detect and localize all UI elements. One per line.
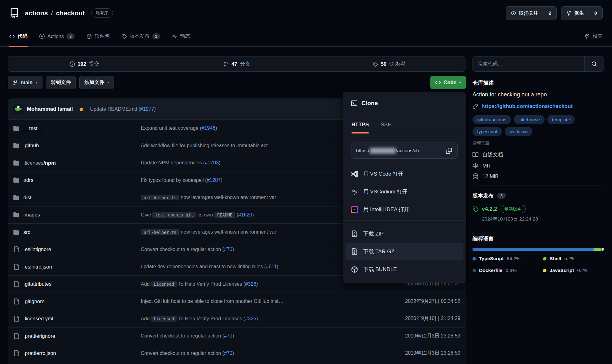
languages-heading: 编程语言 — [472, 235, 604, 242]
pr-link[interactable]: #70 — [224, 351, 233, 356]
file-link[interactable]: .eslintrc.json — [23, 264, 52, 270]
menu-item-download[interactable]: 下载 TAR.GZ — [345, 243, 463, 260]
goto-file-label: 转到文件 — [51, 79, 71, 86]
language-legend-item[interactable]: Dockerfile0.3% — [472, 268, 543, 273]
branch-selector[interactable]: main ▾ — [8, 76, 42, 89]
language-legend-item[interactable]: Shell5.2% — [543, 256, 604, 261]
tab-https[interactable]: HTTPS — [351, 122, 369, 133]
commit-message-text: To Help Verify Prod Licenses ( — [177, 281, 245, 287]
history-icon — [70, 61, 75, 67]
file-link[interactable]: .github — [23, 143, 39, 148]
link-icon — [472, 104, 478, 109]
pr-link[interactable]: #1703 — [205, 160, 219, 165]
file-icon — [13, 316, 19, 322]
file-name-cell: .licenses/npm — [13, 160, 141, 166]
commit-date: 2020年9月10日 21:24:29 — [377, 315, 460, 322]
fork-button[interactable]: 派生 0 — [561, 6, 603, 20]
website-link[interactable]: https://github.com/actions/checkout — [482, 103, 573, 109]
table-row[interactable] — [8, 362, 466, 364]
table-row[interactable]: .prettierrc.jsonConvert checkout to a re… — [8, 345, 466, 362]
file-link[interactable]: .prettierrc.json — [23, 350, 56, 356]
pr-link[interactable]: #70 — [224, 333, 233, 338]
commit-author[interactable]: Mohammad Ismail — [27, 106, 73, 112]
topic-pill[interactable]: template — [547, 115, 575, 124]
file-link[interactable]: adrs — [23, 177, 33, 183]
add-file-button[interactable]: 添加文件 ▾ — [79, 76, 114, 89]
code-button-label: Code — [443, 80, 456, 85]
unwatch-button[interactable]: 取消关注 2 — [506, 6, 557, 20]
search-input[interactable] — [473, 56, 584, 71]
forks-count[interactable]: 0 — [589, 7, 602, 20]
code-clone-button[interactable]: Code ▾ — [430, 76, 466, 89]
language-bar-segment — [472, 248, 594, 251]
watchers-count[interactable]: 2 — [543, 7, 557, 20]
tab-activity[interactable]: 动态 — [172, 26, 190, 46]
add-file-label: 添加文件 — [84, 79, 104, 86]
table-row[interactable]: .licensed.ymlAdd Licensed To Help Verify… — [8, 310, 466, 328]
topic-pill[interactable]: typescript — [472, 127, 502, 136]
clone-dropdown: Clone HTTPS SSH https:/█████████/actions… — [343, 92, 466, 283]
tab-ssh[interactable]: SSH — [381, 122, 392, 133]
pr-link[interactable]: #70 — [224, 247, 233, 252]
search-button[interactable] — [584, 56, 604, 71]
releases-count-badge: 3 — [152, 33, 160, 39]
table-row[interactable]: .gitignoreInject GitHub host to be able … — [8, 293, 466, 310]
topic-pill[interactable]: workflow — [505, 127, 532, 136]
manage-topics-link[interactable]: 管理主题 — [472, 140, 604, 146]
language-bar[interactable] — [472, 248, 604, 251]
release-version-link[interactable]: v4.2.2 — [482, 206, 497, 212]
file-link[interactable]: .licenses/npm — [23, 160, 56, 166]
file-link[interactable]: images — [23, 212, 40, 218]
file-link[interactable]: .eslintignore — [23, 246, 51, 252]
menu-item-open-with[interactable]: 用 Intellij IDEA 打开 — [343, 201, 466, 218]
file-link[interactable]: .licensed.yml — [23, 316, 53, 322]
tab-code[interactable]: 代码 — [9, 26, 27, 46]
tab-actions-label: Actions — [47, 34, 64, 39]
clone-url-input[interactable]: https:/█████████/actions/ch — [351, 143, 440, 158]
file-link[interactable]: .gitignore — [23, 298, 45, 304]
topic-pill[interactable]: lakehouse — [514, 115, 544, 124]
menu-item-open-with[interactable]: 用 VS Code 打开 — [343, 165, 466, 183]
breadcrumb-owner[interactable]: actions — [25, 9, 48, 17]
tab-packages[interactable]: 软件包 — [86, 26, 110, 46]
git-tags-stat[interactable]: 50 Git标签 — [313, 61, 466, 67]
language-legend-item[interactable]: TypeScript94.2% — [472, 256, 543, 261]
menu-item-download[interactable]: 下载 ZIP — [343, 225, 466, 243]
pr-link[interactable]: #1620 — [238, 212, 252, 217]
tab-settings[interactable]: 设置 — [585, 26, 603, 46]
pr-link[interactable]: #611 — [266, 264, 277, 269]
language-legend-item[interactable]: JavaScript0.2% — [543, 268, 604, 273]
menu-item-download[interactable]: 下载 BUNDLE — [343, 260, 466, 278]
pr-link[interactable]: #326 — [245, 316, 256, 321]
pr-link[interactable]: #1287 — [207, 177, 221, 183]
file-link[interactable]: dist — [23, 195, 32, 201]
commit-status-icon[interactable] — [80, 108, 83, 111]
branches-stat[interactable]: 47 分支 — [161, 61, 313, 67]
avatar[interactable] — [13, 104, 23, 114]
folder-icon — [13, 125, 19, 131]
releases-heading-row: 版本发布 3 — [472, 192, 604, 199]
topic-pill[interactable]: github-actions — [472, 115, 511, 124]
file-link[interactable]: .gitattributes — [23, 281, 51, 287]
goto-file-button[interactable]: 转到文件 — [46, 76, 76, 89]
releases-heading[interactable]: 版本发布 — [472, 192, 494, 199]
vscodium-icon — [351, 188, 358, 195]
breadcrumb-repo[interactable]: checkout — [56, 9, 85, 17]
pr-link[interactable]: #326 — [245, 281, 256, 287]
copy-url-button[interactable] — [440, 143, 458, 158]
file-link[interactable]: src — [23, 229, 30, 235]
pr-link[interactable]: #1946 — [202, 125, 216, 131]
description-heading: 仓库描述 — [472, 79, 604, 86]
license-link[interactable]: MIT — [472, 163, 604, 169]
commits-stat[interactable]: 192 提交 — [8, 61, 161, 67]
file-link[interactable]: __test__ — [23, 125, 43, 131]
file-link[interactable]: .prettierignore — [23, 333, 55, 339]
menu-item-open-with[interactable]: 用 VSCodium 打开 — [343, 183, 466, 201]
unwatch-label: 取消关注 — [519, 10, 538, 17]
tab-releases[interactable]: 版本发布 3 — [121, 26, 160, 46]
pr-link[interactable]: #1977 — [140, 106, 154, 112]
table-row[interactable]: .prettierignoreConvert checkout to a reg… — [8, 327, 466, 345]
tab-actions[interactable]: Actions 3 — [39, 26, 75, 46]
readme-link[interactable]: 自述文档 — [472, 151, 604, 158]
language-percent: 94.2% — [507, 256, 521, 261]
